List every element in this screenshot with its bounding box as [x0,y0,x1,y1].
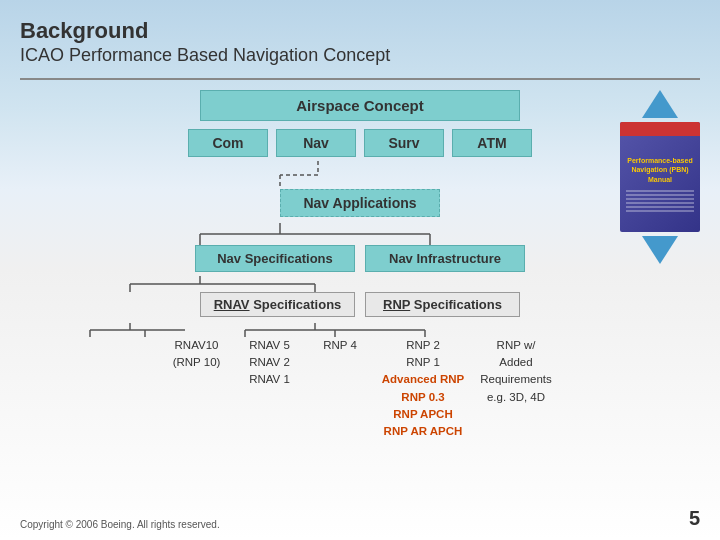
connector-svg-1 [70,161,650,189]
detail-rnpw-requirements: RNP w/ Added Requirements e.g. 3D, 4D [476,337,556,406]
rnav-label: RNAV Specifications [214,297,342,312]
rnp2-label: RNP 2 [378,337,468,354]
connector-svg-3 [70,276,650,292]
category-surv: Surv [364,129,444,157]
divider [20,78,700,80]
title-main: Background [20,18,700,44]
nav-infrastructure-box: Nav Infrastructure [365,245,525,272]
category-atm: ATM [452,129,532,157]
rnp-ar-apch-label: RNP AR APCH [378,423,468,440]
rnav10-label: RNAV10 [164,337,229,354]
rnp-rest: Specifications [414,297,502,312]
rnp4-label: RNP 4 [310,337,370,354]
rnav1-label: RNAV 1 [237,371,302,388]
detail-rnp4: RNP 4 [310,337,370,354]
airspace-concept-box: Airspace Concept [200,90,520,121]
rnav10-sub: (RNP 10) [164,354,229,371]
nav-applications-box: Nav Applications [280,189,440,217]
rnp-apch-label: RNP APCH [378,406,468,423]
detail-row: RNAV10 (RNP 10) RNAV 5 RNAV 2 RNAV 1 RNP… [70,337,650,441]
connector-svg-2 [70,223,650,245]
diagram-wrapper: Airspace Concept Com Nav Surv ATM Nav Ap… [70,90,650,441]
rnp1-label: RNP 1 [378,354,468,371]
rnav-rest: Specifications [253,297,341,312]
rnp-underline: RNP [383,297,410,312]
copyright: Copyright © 2006 Boeing. All rights rese… [20,519,220,530]
detail-rnav521: RNAV 5 RNAV 2 RNAV 1 [237,337,302,389]
rnp-label: RNP Specifications [383,297,502,312]
title-area: Background ICAO Performance Based Naviga… [20,18,700,68]
nav-specifications-box: Nav Specifications [195,245,355,272]
category-com: Com [188,129,268,157]
nav-applications-label: Nav Applications [303,195,416,211]
rnav2-label: RNAV 2 [237,354,302,371]
added-label: Added [476,354,556,371]
nav-infrastructure-label: Nav Infrastructure [389,251,501,266]
rnav-rnp-row: RNAV Specifications RNP Specifications [70,292,650,317]
rnav-specifications-box: RNAV Specifications [200,292,355,317]
rnpw-label: RNP w/ [476,337,556,354]
slide: Background ICAO Performance Based Naviga… [0,0,720,540]
detail-rnp21-orange: RNP 2 RNP 1 Advanced RNP RNP 0.3 RNP APC… [378,337,468,441]
airspace-concept-label: Airspace Concept [296,97,424,114]
advanced-rnp-label: Advanced RNP [378,371,468,388]
rnp03-label: RNP 0.3 [378,389,468,406]
rnav5-label: RNAV 5 [237,337,302,354]
categories-row: Com Nav Surv ATM [70,129,650,157]
eg-label: e.g. 3D, 4D [476,389,556,406]
requirements-label: Requirements [476,371,556,388]
rnp-specifications-box: RNP Specifications [365,292,520,317]
rnav-underline: RNAV [214,297,250,312]
detail-rnav10: RNAV10 (RNP 10) [164,337,229,372]
page-number: 5 [689,507,700,530]
spec-infra-row: Nav Specifications Nav Infrastructure [70,245,650,272]
connector-svg-4 [70,323,650,337]
nav-specifications-label: Nav Specifications [217,251,333,266]
title-sub: ICAO Performance Based Navigation Concep… [20,44,700,67]
category-nav: Nav [276,129,356,157]
